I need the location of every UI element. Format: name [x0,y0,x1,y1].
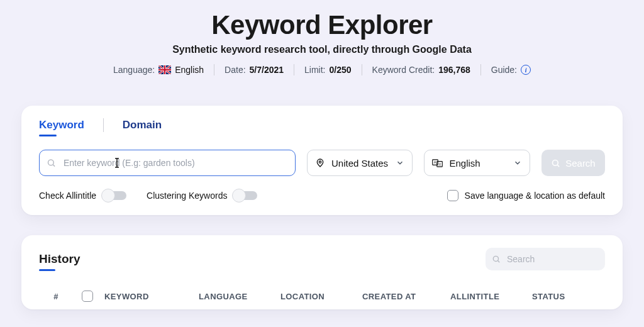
history-header: History [39,248,605,270]
pin-icon [315,158,325,168]
meta-credit-value: 196,768 [438,65,470,75]
col-allintitle[interactable]: ALLINTITLE [448,288,530,305]
select-all-checkbox[interactable] [82,291,93,302]
allintitle-option: Check Allintitle [39,191,126,201]
language-select[interactable]: A 文 English [424,150,530,176]
divider [214,64,214,75]
search-button[interactable]: Search [541,150,605,176]
uk-flag-icon [158,65,171,74]
meta-language-value: English [175,65,204,75]
svg-point-5 [48,160,54,165]
meta-language: Language: English [113,65,204,75]
meta-credit: Keyword Credit: 196,768 [372,65,470,75]
divider [362,64,362,75]
search-button-label: Search [565,158,596,169]
allintitle-toggle[interactable] [103,191,126,200]
history-search-wrap [486,248,605,270]
info-icon[interactable]: i [521,65,531,75]
col-location[interactable]: LOCATION [278,288,360,305]
clustering-option: Clustering Keywords [147,191,257,201]
save-default-option: Save language & location as default [447,190,605,201]
page-subtitle: Synthetic keyword research tool, directl… [0,44,644,55]
tab-keyword[interactable]: Keyword [39,119,84,131]
search-card: Keyword Domain United States [21,106,623,215]
language-value: English [449,158,480,169]
meta-date-label: Date: [225,65,245,75]
country-select[interactable]: United States [307,150,413,176]
col-keyword[interactable]: KEYWORD [102,288,196,305]
divider [103,118,104,132]
meta-guide-label: Guide: [491,65,517,75]
options-row: Check Allintitle Clustering Keywords Sav… [39,190,605,201]
search-controls: United States A 文 English [39,150,605,176]
meta-guide: Guide: i [491,65,531,75]
history-table-head: # KEYWORD LANGUAGE LOCATION CREATED AT A… [39,287,605,306]
meta-limit: Limit: 0/250 [304,65,352,75]
col-language[interactable]: LANGUAGE [196,288,278,305]
svg-rect-4 [158,69,171,70]
search-tabs: Keyword Domain [39,118,605,132]
history-title: History [39,252,80,266]
meta-date-value: 5/7/2021 [250,65,284,75]
search-icon [47,158,56,168]
chevron-down-icon [396,158,404,167]
country-value: United States [331,158,388,169]
svg-text:文: 文 [438,162,441,166]
meta-limit-value: 0/250 [330,65,352,75]
history-card: History # KEYWORD LANGUAGE LOCATION CREA… [21,235,623,309]
svg-line-14 [557,165,559,167]
col-checkbox [73,287,102,306]
col-num: # [39,288,73,305]
history-search-input[interactable] [486,248,605,270]
col-status[interactable]: STATUS [530,288,599,305]
clustering-toggle[interactable] [233,191,257,200]
svg-line-16 [497,260,499,262]
divider [480,64,481,75]
search-icon [551,158,560,168]
col-created-at[interactable]: CREATED AT [360,288,448,305]
svg-line-6 [53,165,55,167]
svg-text:A: A [434,160,436,164]
meta-bar: Language: English Date: 5/7/2021 Limit: … [0,64,644,75]
page-title: Keyword Explorer [0,10,644,40]
meta-language-label: Language: [113,65,155,75]
tab-domain[interactable]: Domain [123,119,162,131]
svg-point-13 [553,160,558,165]
svg-point-15 [493,256,498,261]
translate-icon: A 文 [432,158,443,168]
clustering-label: Clustering Keywords [147,191,227,201]
meta-credit-label: Keyword Credit: [372,65,435,75]
divider [294,64,294,75]
meta-date: Date: 5/7/2021 [225,65,284,75]
save-default-checkbox[interactable] [447,190,458,201]
chevron-down-icon [513,158,522,167]
allintitle-label: Check Allintitle [39,191,96,201]
meta-limit-label: Limit: [304,65,325,75]
save-default-label: Save language & location as default [465,191,605,201]
keyword-input-wrap [39,150,296,176]
svg-point-8 [319,161,321,163]
search-icon [492,255,501,263]
keyword-input[interactable] [39,150,296,176]
